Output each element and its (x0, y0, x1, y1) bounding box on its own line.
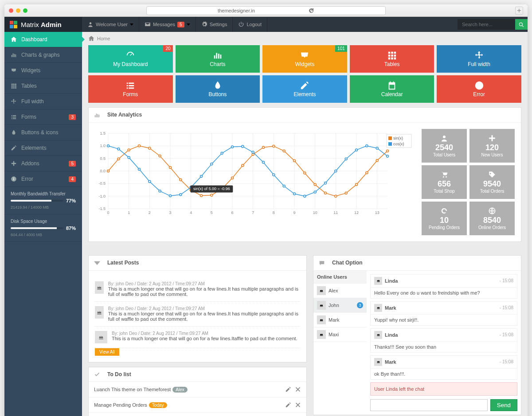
svg-point-70 (325, 192, 327, 194)
tile-label: Calendar (350, 91, 434, 97)
tile-tables[interactable]: Tables (350, 45, 434, 73)
breadcrumb-home[interactable]: Home (97, 36, 110, 41)
sidebar-item-tables[interactable]: Tables (4, 78, 82, 94)
sidebar-item-forms[interactable]: Forms3 (4, 109, 82, 125)
search-button[interactable] (515, 19, 528, 30)
stat-online-orders[interactable]: 8540Online Orders (469, 202, 515, 235)
svg-text:9: 9 (293, 210, 295, 215)
sidebar-item-full-width[interactable]: Full width (4, 94, 82, 109)
reload-icon[interactable] (308, 8, 314, 14)
nav-welcome[interactable]: Welcome User (82, 17, 139, 32)
chat-input[interactable] (370, 399, 488, 411)
stat-label: New Users (469, 152, 515, 157)
tile-elements[interactable]: Elements (262, 75, 347, 103)
sidebar-item-dashboard[interactable]: Dashboard (4, 32, 82, 47)
tile-label: Error (437, 91, 521, 97)
mac-fullscreen[interactable] (23, 8, 27, 13)
svg-text:-1.5: -1.5 (98, 206, 106, 211)
stat-total-shop[interactable]: 656Total Shop (422, 165, 467, 199)
edit-icon[interactable] (285, 386, 291, 393)
avatar (317, 286, 326, 295)
stat-total-users[interactable]: 2540Total Users (422, 129, 467, 163)
sidebar-icon (11, 98, 17, 105)
svg-text:1: 1 (128, 210, 130, 215)
tile-label: Widgets (262, 61, 347, 67)
tile-forms[interactable]: Forms (88, 75, 173, 103)
chat-user-john[interactable]: John3 (313, 298, 367, 313)
search-input[interactable] (458, 19, 515, 30)
edit-icon[interactable] (285, 402, 291, 408)
sidebar-item-eelements[interactable]: Eelements (4, 140, 82, 156)
avatar (317, 301, 326, 310)
comment-icon (319, 260, 328, 266)
nav-messages[interactable]: Messages5 (139, 17, 196, 32)
nav-logout[interactable]: Logout (233, 17, 267, 32)
avatar (317, 315, 326, 324)
sidebar: DashboardCharts & graphsWidgetsTablesFul… (4, 32, 82, 416)
svg-text:11: 11 (333, 210, 338, 215)
new-tab-button[interactable]: + (515, 7, 523, 15)
sidebar-item-widgets[interactable]: Widgets (4, 63, 82, 78)
chat-user-alex[interactable]: Alex (313, 284, 367, 298)
view-all-button[interactable]: View All (95, 348, 119, 356)
tile-calendar[interactable]: Calendar (350, 75, 434, 103)
arrows-icon (437, 50, 521, 61)
mac-minimize[interactable] (16, 8, 20, 13)
svg-text:7: 7 (252, 210, 254, 215)
tile-buttons[interactable]: Buttons (176, 75, 260, 103)
sidebar-item-label: Charts & graphs (21, 52, 60, 58)
todo-tag: Today (149, 402, 167, 408)
messages-badge: 5 (177, 22, 184, 27)
brand-logo[interactable]: Matrix Admin (4, 17, 82, 32)
svg-text:10: 10 (313, 210, 317, 215)
svg-text:-1.0: -1.0 (98, 194, 106, 198)
svg-point-100 (345, 158, 347, 160)
sidebar-icon (11, 176, 17, 182)
tile-my-dashboard[interactable]: 20My Dashboard (88, 45, 173, 73)
check-icon[interactable] (94, 371, 103, 378)
url-bar[interactable]: themedesigner.in (146, 6, 386, 15)
tile-charts[interactable]: Charts (176, 45, 260, 73)
svg-point-77 (107, 145, 110, 147)
avatar (95, 281, 104, 294)
svg-point-79 (128, 156, 130, 159)
mac-close[interactable] (9, 8, 13, 13)
chevron-down-icon[interactable] (94, 260, 103, 266)
stat-label: Pending Orders (422, 225, 467, 230)
sidebar-icon (11, 83, 17, 89)
stat-value: 2540 (422, 143, 467, 152)
sidebar-item-error[interactable]: Error4 (4, 171, 82, 187)
stat-new-users[interactable]: 120New Users (469, 129, 515, 163)
stat-label: Total Orders (469, 189, 515, 194)
nav-settings[interactable]: Settings (196, 17, 233, 32)
chat-user-maxi[interactable]: Maxi (313, 327, 367, 342)
tile-widgets[interactable]: 101Widgets (262, 45, 347, 73)
stat-pending-orders[interactable]: 10Pending Orders (422, 202, 467, 235)
sidebar-item-addons[interactable]: Addons5 (4, 156, 82, 171)
svg-point-54 (159, 155, 161, 157)
chat-message: Mark- 15:08Yuppi! why not sirji!!. (370, 301, 517, 326)
caret-down-icon (130, 23, 133, 26)
chat-user-mark[interactable]: Mark (313, 313, 367, 327)
delete-icon[interactable] (295, 386, 301, 393)
stat-value: 9540 (469, 179, 515, 189)
delete-icon[interactable] (295, 402, 301, 408)
svg-point-55 (169, 166, 172, 168)
chat-send-button[interactable]: Send (490, 399, 517, 411)
svg-point-78 (117, 148, 120, 150)
unread-badge: 3 (357, 302, 363, 308)
chat-time: - 15:08 (500, 359, 513, 364)
sidebar-item-buttons-icons[interactable]: Buttons & icons (4, 125, 82, 140)
stat-label: Total Users (422, 152, 467, 157)
svg-point-58 (200, 194, 203, 197)
stat-total-orders[interactable]: 9540Total Orders (469, 165, 515, 199)
site-analytics-chart[interactable]: -1.5-1.0-0.50.00.51.01.50123456789101112… (95, 129, 414, 218)
tile-error[interactable]: Error (437, 75, 521, 103)
svg-point-73 (356, 183, 358, 186)
svg-point-64 (262, 146, 265, 148)
sidebar-icon (11, 67, 17, 74)
home-icon[interactable] (88, 35, 94, 42)
svg-text:6: 6 (231, 210, 233, 215)
tile-full-width[interactable]: Full width (437, 45, 521, 73)
sidebar-item-charts-graphs[interactable]: Charts & graphs (4, 47, 82, 63)
